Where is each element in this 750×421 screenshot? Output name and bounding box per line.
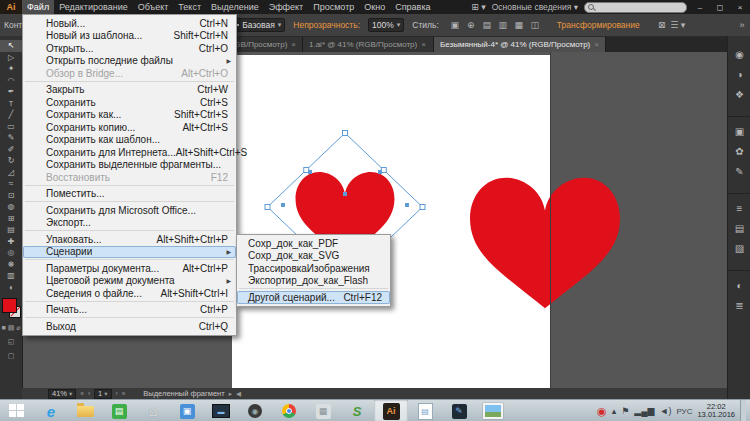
align-horizontal-icon[interactable]: ▥: [495, 20, 511, 30]
pen-tool[interactable]: ✒: [0, 86, 22, 98]
transparency-icon[interactable]: ▨: [728, 238, 750, 258]
tray-expand-icon[interactable]: ▴: [612, 406, 617, 416]
style-box-icon[interactable]: ▣: [447, 20, 463, 30]
brushes-icon[interactable]: ✎: [728, 161, 750, 181]
rectangle-tool[interactable]: ▭: [0, 121, 22, 133]
home-app-icon[interactable]: ⌂: [136, 400, 170, 421]
gray-app-icon[interactable]: ▦: [306, 400, 340, 421]
file-menu-item[interactable]: Сохранить как шаблон...: [23, 134, 236, 147]
file-menu-item[interactable]: Закрыть Ctrl+W: [23, 84, 236, 97]
file-menu-item[interactable]: Открыть последние файлы ▶: [23, 55, 236, 68]
symbols-icon[interactable]: ✿: [728, 141, 750, 161]
type-tool[interactable]: T: [0, 98, 22, 110]
file-menu-item[interactable]: Сохранить выделенные фрагменты...: [23, 159, 236, 172]
transform-link[interactable]: Трансформирование: [557, 20, 640, 30]
stroke-icon[interactable]: ≡: [728, 193, 750, 218]
file-menu-item[interactable]: Цветовой режим документа ▶: [23, 275, 236, 288]
last-artboard-icon[interactable]: »: [122, 390, 126, 397]
file-menu-item[interactable]: Сведения о файле... Alt+Shift+Ctrl+I: [23, 287, 236, 300]
paintbrush-tool[interactable]: ✎: [0, 132, 22, 144]
color-guide-icon[interactable]: ◑: [728, 64, 750, 84]
file-menu-item[interactable]: Сохранить для Интернета... Alt+Shift+Ctr…: [23, 146, 236, 159]
line-tool[interactable]: ╱: [0, 109, 22, 121]
restore-button[interactable]: ◻: [713, 3, 727, 12]
menubar-item[interactable]: Эффект: [264, 0, 308, 14]
file-menu-item[interactable]: Параметры документа... Alt+Ctrl+P: [23, 262, 236, 275]
document-setup-icon[interactable]: ▤: [479, 20, 495, 30]
blend-tool[interactable]: ◎: [0, 247, 22, 259]
network-icon[interactable]: ▂▄▆: [634, 406, 654, 416]
menubar-item[interactable]: Окно: [359, 0, 390, 14]
prev-artboard-icon[interactable]: ‹: [88, 390, 90, 397]
selection-tool[interactable]: ↖: [0, 40, 22, 52]
fill-stroke-swatches[interactable]: [2, 298, 20, 318]
next-artboard-icon[interactable]: ›: [116, 390, 118, 397]
menubar-item[interactable]: Просмотр: [308, 0, 359, 14]
file-menu-item[interactable]: Новый... Ctrl+N: [23, 17, 236, 30]
width-tool[interactable]: ≈: [0, 178, 22, 190]
file-menu-item[interactable]: Новый из шаблона... Shift+Ctrl+N: [23, 30, 236, 43]
menubar-item[interactable]: Справка: [390, 0, 435, 14]
media-app-icon[interactable]: ▣: [170, 400, 204, 421]
file-menu-item[interactable]: Открыть... Ctrl+O: [23, 42, 236, 55]
submenu-item[interactable]: ТрассировкаИзображения: [237, 262, 390, 275]
start-button[interactable]: [0, 400, 34, 421]
file-menu-item[interactable]: Сохранить для Microsoft Office...: [23, 204, 236, 217]
editor-app-icon[interactable]: ✎: [442, 400, 476, 421]
minimize-button[interactable]: –: [693, 3, 707, 12]
color-icon[interactable]: ◉: [728, 44, 750, 64]
document-tab[interactable]: Безымянный-4* @ 41% (RGB/Просмотр) ×: [434, 36, 606, 52]
chrome-icon[interactable]: [272, 400, 306, 421]
menubar-item[interactable]: Редактирование: [54, 0, 133, 14]
artboard-dropdown[interactable]: 1▾: [94, 389, 111, 399]
gradient-tool[interactable]: ▤: [0, 224, 22, 236]
menubar-item[interactable]: Файл: [22, 0, 54, 14]
arrange-icon[interactable]: ⊠: [654, 20, 670, 30]
column-graph-tool[interactable]: ▥: [0, 270, 22, 282]
free-transform-tool[interactable]: ⊡: [0, 190, 22, 202]
color-mode-icon[interactable]: ■ ▤ ⌀: [0, 324, 22, 332]
close-button[interactable]: ×: [733, 3, 747, 12]
submenu-item[interactable]: Экспортир_док_как_Flash: [237, 275, 390, 288]
green-app-icon[interactable]: ▤: [102, 400, 136, 421]
eyedropper-tool[interactable]: ✚: [0, 236, 22, 248]
scanner-app-icon[interactable]: S: [340, 400, 374, 421]
antivirus-tray-icon[interactable]: ◉: [597, 405, 607, 418]
lasso-tool[interactable]: ◠: [0, 75, 22, 87]
select-similar-icon[interactable]: ☰ ▾: [670, 20, 686, 30]
scroll-left-icon[interactable]: ◀: [236, 390, 241, 398]
shape-builder-tool[interactable]: ◍: [0, 201, 22, 213]
direct-selection-tool[interactable]: ▷: [0, 52, 22, 64]
document-tab[interactable]: 1.ai* @ 41% (RGB/Просмотр) ×: [303, 36, 434, 52]
camera-app-icon[interactable]: ◉: [238, 400, 272, 421]
mesh-tool[interactable]: ⊞: [0, 213, 22, 225]
symbol-sprayer-tool[interactable]: ❋: [0, 259, 22, 271]
distribute-icon[interactable]: ◫: [527, 20, 543, 30]
language-indicator[interactable]: РУС: [676, 407, 692, 416]
zoom-dropdown[interactable]: 41%▾: [48, 389, 76, 399]
flag-icon[interactable]: ⚑: [621, 406, 629, 416]
pencil-tool[interactable]: ✐: [0, 144, 22, 156]
file-menu-item[interactable]: Сохранить копию... Alt+Ctrl+S: [23, 121, 236, 134]
file-menu-item[interactable]: Сценарии ▶: [23, 246, 236, 259]
volume-icon[interactable]: ◄): [660, 406, 672, 416]
show-desktop-button[interactable]: [740, 400, 746, 421]
ie-icon[interactable]: e: [34, 400, 68, 421]
menubar-item[interactable]: Объект: [133, 0, 174, 14]
first-artboard-icon[interactable]: «: [80, 390, 84, 397]
workspace-switcher[interactable]: Основные сведения ▾: [492, 2, 578, 12]
screen-mode-icon[interactable]: ▢: [0, 352, 22, 360]
file-menu-item[interactable]: Упаковать... Alt+Shift+Ctrl+P: [23, 233, 236, 246]
globe-icon[interactable]: ⊕: [463, 20, 479, 30]
file-menu-item[interactable]: Сохранить как... Shift+Ctrl+S: [23, 109, 236, 122]
opacity-label[interactable]: Непрозрачность:: [293, 20, 360, 30]
file-menu-item[interactable]: Печать... Ctrl+P: [23, 304, 236, 317]
layers-icon[interactable]: ≣: [728, 295, 750, 315]
menubar-item[interactable]: Текст: [173, 0, 206, 14]
folder-icon[interactable]: [68, 400, 102, 421]
artboards-icon[interactable]: ▣: [728, 116, 750, 141]
submenu-item[interactable]: Другой сценарий... Ctrl+F12: [237, 291, 390, 304]
menubar-item[interactable]: Выделение: [206, 0, 264, 14]
hand-tool[interactable]: ◖: [0, 282, 22, 294]
magic-wand-tool[interactable]: ✦: [0, 63, 22, 75]
